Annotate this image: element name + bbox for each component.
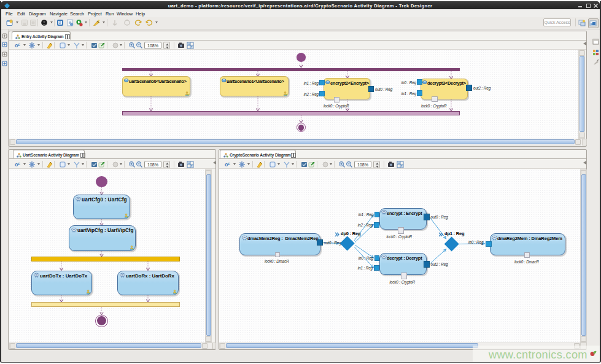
svg-text:c: c: [18, 161, 20, 166]
svg-text:c: c: [18, 42, 20, 47]
svg-text:c: c: [228, 161, 230, 166]
